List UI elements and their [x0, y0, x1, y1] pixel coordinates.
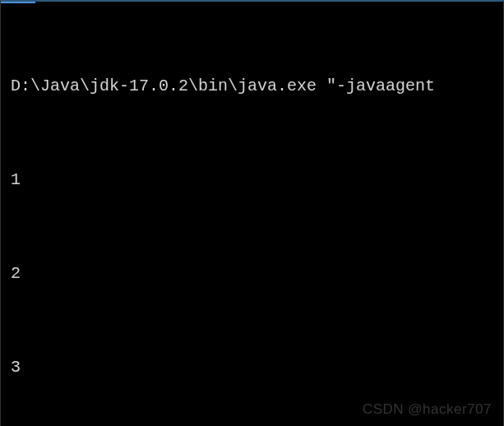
command-line: D:\Java\jdk-17.0.2\bin\java.exe "-javaag… [11, 71, 493, 102]
watermark-text: CSDN @hacker707 [363, 401, 492, 418]
output-line: 3 [11, 352, 493, 383]
active-tab-indicator [1, 2, 35, 3]
output-line: 1 [11, 164, 493, 196]
console-output-panel: D:\Java\jdk-17.0.2\bin\java.exe "-javaag… [1, 2, 503, 426]
output-line: 2 [11, 258, 493, 289]
